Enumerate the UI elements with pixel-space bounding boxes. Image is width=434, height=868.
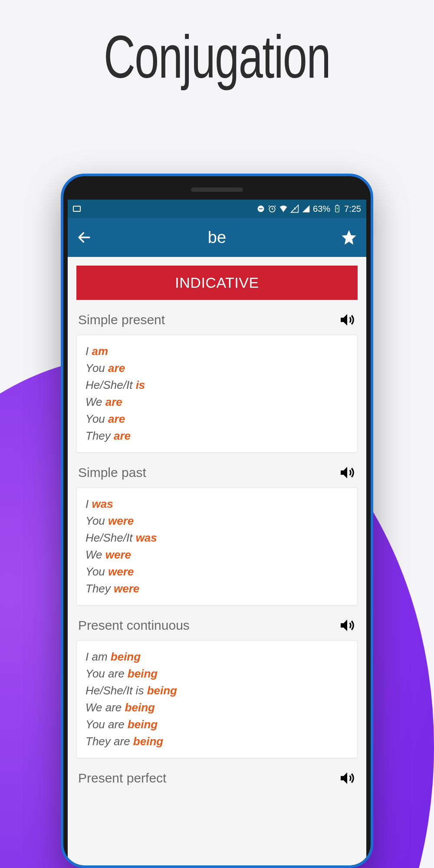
phone-notch — [191, 187, 243, 192]
pronoun-text: You — [85, 565, 108, 578]
conjugation-row: You are — [85, 411, 349, 427]
conjugation-row: He/She/It was — [85, 529, 349, 546]
conjugation-row: We were — [85, 546, 349, 563]
verb-text: am — [92, 345, 108, 358]
verb-text: are — [108, 412, 125, 425]
verb-text: being — [147, 684, 177, 697]
svg-text:✕: ✕ — [293, 207, 297, 211]
verb-text: were — [108, 565, 134, 578]
signal-icon — [302, 204, 310, 213]
tense-card: I am beingYou are beingHe/She/It is bein… — [76, 640, 358, 758]
content-area[interactable]: INDICATIVE Simple presentI amYou areHe/S… — [68, 257, 366, 793]
speaker-icon[interactable] — [339, 769, 356, 787]
conjugation-row: They are — [85, 427, 349, 444]
app-bar-title: be — [208, 228, 226, 247]
tense-header: Simple present — [76, 307, 358, 335]
mood-header: INDICATIVE — [76, 266, 358, 300]
pronoun-text: He/She/It is — [85, 684, 147, 697]
tense-title: Present perfect — [78, 771, 166, 786]
tense-header: Present perfect — [76, 765, 358, 793]
verb-text: were — [105, 548, 131, 561]
verb-text: was — [136, 531, 157, 544]
alarm-icon — [268, 204, 276, 213]
battery-text: 63% — [313, 204, 330, 214]
tense-title: Simple present — [78, 312, 165, 327]
conjugation-row: You are being — [85, 665, 349, 682]
pronoun-text: You are — [85, 667, 128, 680]
pronoun-text: We — [85, 395, 105, 408]
svg-line-5 — [269, 206, 270, 207]
status-left — [73, 206, 81, 212]
pronoun-text: You are — [85, 718, 128, 731]
pronoun-text: He/She/It — [85, 378, 136, 391]
signal-nodata-icon: ✕ — [290, 204, 299, 213]
wifi-icon — [279, 204, 288, 213]
verb-text: are — [105, 395, 122, 408]
tense-title: Simple past — [78, 465, 146, 480]
speaker-icon[interactable] — [339, 464, 356, 481]
page-title: Conjugation — [61, 0, 373, 92]
verb-text: were — [108, 514, 134, 527]
pronoun-text: You — [85, 514, 108, 527]
svg-line-6 — [275, 206, 276, 207]
phone-screen: ✕ 63% 7:25 be INDICATIVE Simple presentI… — [68, 200, 366, 865]
svg-rect-1 — [259, 208, 263, 209]
conjugation-row: They were — [85, 580, 349, 597]
status-right: ✕ 63% 7:25 — [256, 204, 361, 214]
verb-text: are — [114, 429, 131, 442]
favorite-star-button[interactable] — [340, 229, 358, 246]
verb-text: being — [128, 718, 158, 731]
speaker-icon[interactable] — [339, 617, 356, 634]
conjugation-row: We are — [85, 394, 349, 411]
conjugation-row: He/She/It is — [85, 377, 349, 394]
verb-text: being — [133, 735, 163, 748]
pronoun-text: You — [85, 362, 108, 375]
pronoun-text: You — [85, 412, 108, 425]
clock-text: 7:25 — [344, 204, 361, 214]
tenses-container: Simple presentI amYou areHe/She/It isWe … — [76, 307, 358, 793]
screen-mirror-icon — [73, 206, 81, 212]
tense-header: Present continuous — [76, 612, 358, 640]
tense-header: Simple past — [76, 460, 358, 487]
conjugation-row: You are being — [85, 716, 349, 733]
pronoun-text: They — [85, 429, 114, 442]
pronoun-text: I am — [85, 650, 111, 663]
pronoun-text: We are — [85, 701, 125, 714]
conjugation-row: You were — [85, 513, 349, 529]
pronoun-text: I — [85, 497, 92, 510]
conjugation-row: I am — [85, 343, 349, 360]
tense-card: I wasYou wereHe/She/It wasWe wereYou wer… — [76, 487, 358, 605]
verb-text: are — [108, 362, 125, 375]
speaker-icon[interactable] — [339, 311, 356, 329]
conjugation-row: They are being — [85, 733, 349, 750]
app-bar: be — [68, 218, 366, 257]
conjugation-row: You are — [85, 360, 349, 377]
battery-charging-icon — [333, 204, 342, 213]
back-arrow-icon[interactable] — [76, 230, 92, 245]
verb-text: were — [114, 582, 139, 595]
conjugation-row: I am being — [85, 648, 349, 665]
phone-frame: ✕ 63% 7:25 be INDICATIVE Simple presentI… — [61, 174, 373, 868]
pronoun-text: I — [85, 345, 92, 358]
verb-text: being — [128, 667, 158, 680]
pronoun-text: They — [85, 582, 114, 595]
pronoun-text: He/She/It — [85, 531, 136, 544]
conjugation-row: You were — [85, 563, 349, 580]
conjugation-row: I was — [85, 496, 349, 513]
conjugation-row: He/She/It is being — [85, 682, 349, 699]
tense-title: Present continuous — [78, 618, 190, 633]
verb-text: is — [136, 378, 145, 391]
pronoun-text: We — [85, 548, 105, 561]
conjugation-row: We are being — [85, 699, 349, 716]
tense-card: I amYou areHe/She/It isWe areYou areThey… — [76, 335, 358, 453]
do-not-disturb-icon — [256, 204, 265, 213]
status-bar: ✕ 63% 7:25 — [68, 200, 366, 218]
pronoun-text: They are — [85, 735, 133, 748]
verb-text: being — [111, 650, 141, 663]
verb-text: was — [92, 497, 113, 510]
verb-text: being — [125, 701, 155, 714]
svg-rect-9 — [336, 205, 338, 206]
